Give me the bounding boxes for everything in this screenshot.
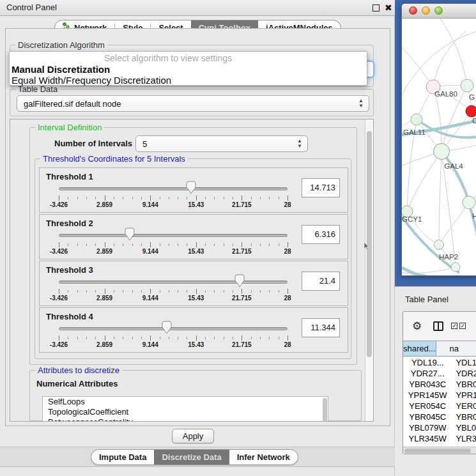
threshold-value-field[interactable]: 6.316 xyxy=(302,225,340,244)
slider-track[interactable] xyxy=(59,280,288,284)
cell-name[interactable]: YBR0 xyxy=(452,411,476,422)
slider-track[interactable] xyxy=(59,234,288,237)
network-node[interactable] xyxy=(463,196,475,209)
network-window[interactable]: GAL80GCGAL11GAL4HGCY1HAP2 xyxy=(401,3,476,276)
slider-thumb[interactable] xyxy=(234,274,245,288)
control-panel-window: Control Panel ✖ Network Style Select Cyn… xyxy=(0,0,395,476)
tick-mark xyxy=(269,290,270,293)
algorithm-option-manual[interactable]: Manual Discretization xyxy=(12,64,110,75)
tick-label: 21.715 xyxy=(232,341,252,348)
cell-shared-name[interactable]: YPR145W xyxy=(403,390,452,401)
cell-name[interactable]: YER0 xyxy=(452,401,476,411)
attribute-item[interactable]: SelfLoops xyxy=(43,397,328,407)
table-data-combobox[interactable]: galFiltered.sif default node ▲▼ xyxy=(17,95,369,112)
tick-mark xyxy=(251,337,252,339)
tick-mark xyxy=(224,337,224,339)
close-window-icon[interactable]: ✖ xyxy=(385,3,392,13)
settings-scrollpane: Interval Definition Number of Intervals … xyxy=(10,119,374,422)
network-node[interactable] xyxy=(434,240,444,250)
algorithm-option-equal-width[interactable]: Equal Width/Frequency Discretization xyxy=(12,75,171,86)
threshold-card: Threshold 2 -3.4262.8599.14415.4321.7152… xyxy=(39,214,348,259)
tick-mark xyxy=(68,197,68,199)
column-header-shared-name[interactable]: shared... xyxy=(403,341,436,356)
table-row[interactable]: YBL079WYBL0 xyxy=(403,422,476,433)
threshold-value-field[interactable]: 21.4 xyxy=(302,272,340,291)
tick-mark xyxy=(178,243,178,246)
settings-vertical-scrollbar[interactable] xyxy=(365,119,373,421)
network-window-titlebar[interactable] xyxy=(402,4,476,19)
tick-mark xyxy=(214,243,215,246)
tick-mark xyxy=(178,337,178,339)
slider-thumb[interactable] xyxy=(162,321,172,334)
column-header-name[interactable]: na xyxy=(436,341,476,356)
cell-shared-name[interactable]: YDL19... xyxy=(403,357,452,368)
network-node[interactable] xyxy=(451,263,460,272)
threshold-value-field[interactable]: 11.344 xyxy=(302,318,340,337)
cell-shared-name[interactable]: YBR045C xyxy=(403,411,452,422)
threshold-slider[interactable]: -3.4262.8599.14415.4321.71528 xyxy=(59,308,288,353)
tab-impute-data[interactable]: Impute Data xyxy=(91,450,154,464)
tick-label: 15.43 xyxy=(188,201,204,208)
tick-mark xyxy=(123,337,123,339)
checkbox-icon[interactable]: ✓ xyxy=(459,323,466,329)
attribute-item[interactable]: BetweennessCentrality xyxy=(43,417,328,422)
cell-shared-name[interactable]: YER054C xyxy=(403,401,452,411)
table-row[interactable]: YBR045CYBR0 xyxy=(403,411,476,422)
network-node[interactable] xyxy=(461,79,473,92)
threshold-value-field[interactable]: 14.713 xyxy=(302,178,340,197)
cell-shared-name[interactable]: YBL079W xyxy=(403,422,452,433)
network-node[interactable] xyxy=(411,114,422,125)
table-row[interactable]: YBR043CYBR0 xyxy=(403,379,476,390)
slider-thumb[interactable] xyxy=(125,227,135,241)
cell-name[interactable]: YLR3 xyxy=(452,433,476,444)
tick-mark xyxy=(59,335,59,341)
cell-name[interactable]: YDR2 xyxy=(452,368,476,379)
close-traffic-light-icon[interactable] xyxy=(409,6,417,15)
node-label: C xyxy=(472,117,476,125)
network-canvas-svg: GAL80GCGAL11GAL4HGCY1HAP2 xyxy=(402,19,476,276)
table-row[interactable]: YDL19...YDL1 xyxy=(403,357,476,368)
slider-track[interactable] xyxy=(59,187,288,190)
cell-shared-name[interactable]: YLR345W xyxy=(403,433,452,444)
table-row[interactable]: YDR27...YDR2 xyxy=(403,368,476,379)
number-of-intervals-combobox[interactable]: 5 ▲▼ xyxy=(135,135,308,152)
network-node[interactable] xyxy=(434,144,450,160)
node-label: G xyxy=(469,93,475,101)
minimize-traffic-light-icon[interactable] xyxy=(422,6,430,15)
split-columns-icon[interactable] xyxy=(433,321,443,331)
table-row[interactable]: YPR145WYPR1 xyxy=(403,390,476,401)
threshold-slider[interactable]: -3.4262.8599.14415.4321.71528 xyxy=(59,168,288,213)
cell-name[interactable]: YPR1 xyxy=(452,390,476,401)
scrollbar-thumb[interactable] xyxy=(404,449,471,453)
tick-mark xyxy=(260,290,261,293)
numerical-attributes-list[interactable]: SelfLoopsTopologicalCoefficientBetweenne… xyxy=(42,396,328,422)
apply-button[interactable]: Apply xyxy=(172,429,214,443)
tick-mark xyxy=(77,197,78,199)
tick-mark xyxy=(214,290,215,293)
tab-discretize-data[interactable]: Discretize Data xyxy=(154,450,229,464)
attribute-item[interactable]: TopologicalCoefficient xyxy=(43,407,328,417)
attributes-list-scrollbar[interactable] xyxy=(323,398,327,422)
tick-mark xyxy=(160,243,160,246)
cell-name[interactable]: YBL0 xyxy=(452,422,476,433)
slider-track[interactable] xyxy=(59,327,288,330)
table-row[interactable]: YLR345WYLR3 xyxy=(403,433,476,444)
float-window-icon[interactable] xyxy=(372,4,380,12)
table-row[interactable]: YER054CYER0 xyxy=(403,401,476,411)
cell-name[interactable]: YBR0 xyxy=(452,379,476,390)
threshold-slider[interactable]: -3.4262.8599.14415.4321.71528 xyxy=(59,215,288,260)
cell-shared-name[interactable]: YBR043C xyxy=(403,379,452,390)
zoom-traffic-light-icon[interactable] xyxy=(434,6,443,15)
threshold-slider[interactable]: -3.4262.8599.14415.4321.71528 xyxy=(59,261,288,307)
tick-mark xyxy=(86,337,87,339)
tab-infer-network[interactable]: Infer Network xyxy=(229,450,298,464)
cell-name[interactable]: YDL1 xyxy=(452,357,476,368)
cell-shared-name[interactable]: YDR27... xyxy=(403,368,452,379)
slider-thumb[interactable] xyxy=(186,181,196,194)
network-node[interactable] xyxy=(466,105,476,117)
tick-label: 15.43 xyxy=(188,248,204,255)
checkbox-icon[interactable]: ✓ xyxy=(451,323,457,329)
gear-icon[interactable]: ⚙ xyxy=(412,319,422,333)
table-horizontal-scrollbar[interactable] xyxy=(403,447,476,454)
network-canvas[interactable]: GAL80GCGAL11GAL4HGCY1HAP2 xyxy=(402,19,476,276)
